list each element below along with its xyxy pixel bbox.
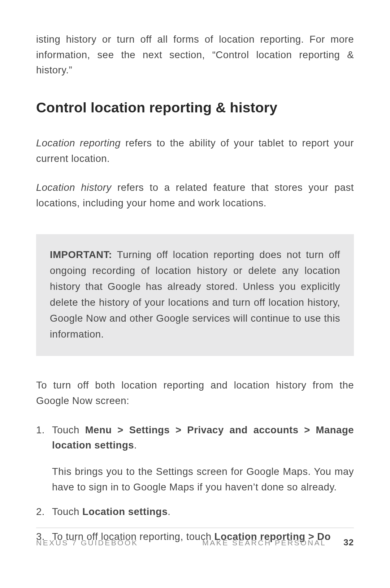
footer-divider [36, 528, 354, 528]
page-number: 32 [343, 537, 354, 548]
important-callout: IMPORTANT: Turning off location reportin… [36, 234, 354, 356]
footer-chapter-title: MAKE SEARCH PERSONAL [202, 538, 326, 547]
term-location-reporting: Location reporting [36, 137, 121, 149]
step-text: Touch [52, 506, 82, 517]
step-1: Touch Menu > Settings > Privacy and acco… [36, 422, 354, 495]
step-action: Location settings [82, 506, 168, 517]
definition-location-history: Location history refers to a related fea… [36, 180, 354, 211]
step-note: This brings you to the Settings screen f… [52, 464, 354, 495]
steps-lead: To turn off both location reporting and … [36, 378, 354, 408]
document-page: isting history or turn off all forms of … [0, 0, 390, 588]
step-text: . [134, 439, 137, 451]
footer-book-title: NEXUS 7 GUIDEBOOK [36, 538, 138, 547]
steps-list: Touch Menu > Settings > Privacy and acco… [36, 422, 354, 545]
step-2: Touch Location settings. [36, 504, 354, 520]
definition-location-reporting: Location reporting refers to the ability… [36, 136, 354, 166]
term-location-history: Location history [36, 182, 112, 193]
page-footer: NEXUS 7 GUIDEBOOK MAKE SEARCH PERSONAL 3… [36, 528, 354, 548]
step-menu-path: Menu > Settings > Privacy and accounts >… [52, 424, 354, 451]
step-text: Touch [52, 424, 85, 435]
step-text: . [168, 506, 170, 517]
callout-paragraph: IMPORTANT: Turning off location reportin… [50, 247, 340, 342]
section-heading: Control location reporting & history [36, 100, 354, 116]
callout-body: Turning off location reporting does not … [50, 249, 340, 340]
intro-paragraph-continuation: isting history or turn off all forms of … [36, 32, 354, 78]
callout-label: IMPORTANT: [50, 249, 112, 260]
